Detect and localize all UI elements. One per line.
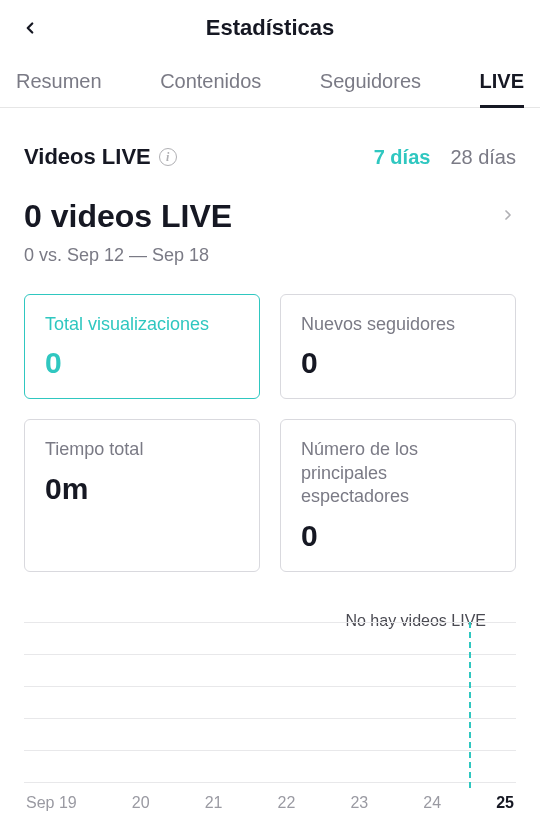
tab-resumen[interactable]: Resumen bbox=[16, 56, 102, 107]
chart-grid bbox=[24, 622, 516, 782]
xaxis-tick: Sep 19 bbox=[26, 794, 77, 812]
card-label: Número de los principales espectadores bbox=[301, 438, 495, 508]
chart: No hay videos LIVE Sep 19 20 21 22 23 24… bbox=[24, 622, 516, 812]
date-range-toggle: 7 días 28 días bbox=[374, 146, 516, 169]
section-head: Videos LIVE i 7 días 28 días bbox=[24, 144, 516, 170]
xaxis-tick: 20 bbox=[132, 794, 150, 812]
card-value: 0 bbox=[301, 519, 495, 553]
chevron-right-icon bbox=[500, 207, 516, 227]
section-title: Videos LIVE bbox=[24, 144, 151, 170]
xaxis-tick: 22 bbox=[278, 794, 296, 812]
tabs: Resumen Contenidos Seguidores LIVE bbox=[0, 56, 540, 108]
card-value: 0m bbox=[45, 472, 239, 506]
xaxis-tick: 21 bbox=[205, 794, 223, 812]
tab-contenidos[interactable]: Contenidos bbox=[160, 56, 261, 107]
card-total-time[interactable]: Tiempo total 0m bbox=[24, 419, 260, 571]
range-7-days[interactable]: 7 días bbox=[374, 146, 431, 169]
xaxis-tick: 25 bbox=[496, 794, 514, 812]
live-section: Videos LIVE i 7 días 28 días 0 videos LI… bbox=[0, 108, 540, 826]
tab-live[interactable]: LIVE bbox=[480, 56, 524, 107]
header: Estadísticas bbox=[0, 0, 540, 56]
card-label: Tiempo total bbox=[45, 438, 239, 461]
summary-text: 0 videos LIVE bbox=[24, 198, 232, 235]
summary-row[interactable]: 0 videos LIVE bbox=[24, 198, 516, 235]
chart-highlight-line bbox=[469, 622, 471, 788]
tab-seguidores[interactable]: Seguidores bbox=[320, 56, 421, 107]
card-new-followers[interactable]: Nuevos seguidores 0 bbox=[280, 294, 516, 399]
card-value: 0 bbox=[301, 346, 495, 380]
metric-cards: Total visualizaciones 0 Nuevos seguidore… bbox=[24, 294, 516, 572]
card-top-viewers[interactable]: Número de los principales espectadores 0 bbox=[280, 419, 516, 571]
page-title: Estadísticas bbox=[206, 15, 334, 41]
back-button[interactable] bbox=[16, 14, 44, 42]
chart-xaxis: Sep 19 20 21 22 23 24 25 bbox=[24, 794, 516, 812]
summary-headline: 0 videos LIVE bbox=[24, 198, 232, 235]
xaxis-tick: 23 bbox=[350, 794, 368, 812]
section-title-wrap: Videos LIVE i bbox=[24, 144, 177, 170]
chevron-left-icon bbox=[21, 19, 39, 37]
info-icon[interactable]: i bbox=[159, 148, 177, 166]
card-label: Nuevos seguidores bbox=[301, 313, 495, 336]
summary-compare: 0 vs. Sep 12 — Sep 18 bbox=[24, 245, 516, 266]
xaxis-tick: 24 bbox=[423, 794, 441, 812]
range-28-days[interactable]: 28 días bbox=[450, 146, 516, 169]
card-value: 0 bbox=[45, 346, 239, 380]
card-total-views[interactable]: Total visualizaciones 0 bbox=[24, 294, 260, 399]
card-label: Total visualizaciones bbox=[45, 313, 239, 336]
